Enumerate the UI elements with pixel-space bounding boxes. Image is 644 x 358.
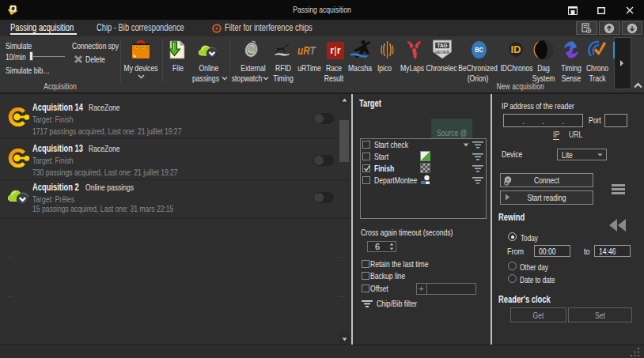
svg-text:TAG: TAG	[437, 43, 447, 48]
svg-text:HEUER: HEUER	[435, 50, 449, 55]
